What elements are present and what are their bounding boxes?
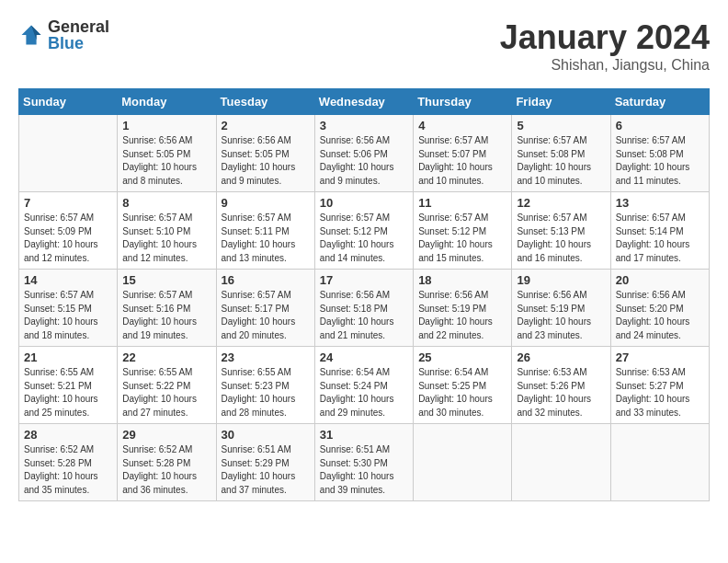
- calendar-week-4: 21Sunrise: 6:55 AM Sunset: 5:21 PM Dayli…: [19, 347, 710, 424]
- day-info: Sunrise: 6:56 AM Sunset: 5:05 PM Dayligh…: [222, 135, 296, 186]
- day-number: 18: [418, 273, 506, 287]
- calendar-cell: 1Sunrise: 6:56 AM Sunset: 5:05 PM Daylig…: [118, 115, 216, 192]
- day-number: 28: [24, 428, 112, 442]
- calendar-cell: 20Sunrise: 6:56 AM Sunset: 5:20 PM Dayli…: [610, 270, 709, 347]
- day-info: Sunrise: 6:57 AM Sunset: 5:12 PM Dayligh…: [418, 213, 493, 263]
- day-info: Sunrise: 6:55 AM Sunset: 5:22 PM Dayligh…: [122, 367, 197, 418]
- day-info: Sunrise: 6:53 AM Sunset: 5:26 PM Dayligh…: [517, 367, 591, 418]
- calendar-week-2: 7Sunrise: 6:57 AM Sunset: 5:09 PM Daylig…: [19, 192, 710, 270]
- day-number: 6: [616, 119, 704, 132]
- location-text: Shishan, Jiangsu, China: [500, 57, 710, 74]
- calendar-table: SundayMondayTuesdayWednesdayThursdayFrid…: [18, 88, 710, 501]
- calendar-cell: 21Sunrise: 6:55 AM Sunset: 5:21 PM Dayli…: [19, 347, 118, 424]
- calendar-cell: [610, 424, 709, 501]
- day-number: 4: [418, 119, 506, 132]
- day-info: Sunrise: 6:57 AM Sunset: 5:08 PM Dayligh…: [616, 135, 690, 186]
- day-number: 29: [122, 428, 210, 442]
- day-info: Sunrise: 6:52 AM Sunset: 5:28 PM Dayligh…: [24, 444, 98, 495]
- calendar-cell: 10Sunrise: 6:57 AM Sunset: 5:12 PM Dayli…: [314, 192, 413, 270]
- calendar-cell: 22Sunrise: 6:55 AM Sunset: 5:22 PM Dayli…: [118, 347, 216, 424]
- col-header-sunday: Sunday: [19, 89, 118, 115]
- col-header-monday: Monday: [118, 89, 216, 115]
- calendar-cell: 17Sunrise: 6:56 AM Sunset: 5:18 PM Dayli…: [314, 270, 413, 347]
- day-number: 7: [24, 196, 112, 210]
- col-header-saturday: Saturday: [610, 89, 709, 115]
- day-number: 14: [24, 273, 112, 287]
- calendar-cell: 11Sunrise: 6:57 AM Sunset: 5:12 PM Dayli…: [414, 192, 512, 270]
- day-number: 19: [517, 273, 605, 287]
- day-number: 3: [320, 119, 408, 132]
- day-info: Sunrise: 6:57 AM Sunset: 5:12 PM Dayligh…: [320, 213, 394, 263]
- calendar-cell: 2Sunrise: 6:56 AM Sunset: 5:05 PM Daylig…: [216, 115, 314, 192]
- logo: General Blue: [18, 18, 109, 52]
- calendar-cell: 3Sunrise: 6:56 AM Sunset: 5:06 PM Daylig…: [314, 115, 413, 192]
- calendar-cell: [19, 115, 118, 192]
- calendar-cell: [512, 424, 610, 501]
- calendar-cell: 29Sunrise: 6:52 AM Sunset: 5:28 PM Dayli…: [118, 424, 216, 501]
- day-number: 27: [616, 350, 704, 364]
- calendar-cell: 28Sunrise: 6:52 AM Sunset: 5:28 PM Dayli…: [19, 424, 118, 501]
- day-number: 21: [24, 350, 112, 364]
- col-header-thursday: Thursday: [414, 89, 512, 115]
- calendar-week-3: 14Sunrise: 6:57 AM Sunset: 5:15 PM Dayli…: [19, 270, 710, 347]
- calendar-cell: 26Sunrise: 6:53 AM Sunset: 5:26 PM Dayli…: [512, 347, 610, 424]
- calendar-week-1: 1Sunrise: 6:56 AM Sunset: 5:05 PM Daylig…: [19, 115, 710, 192]
- calendar-cell: 23Sunrise: 6:55 AM Sunset: 5:23 PM Dayli…: [216, 347, 314, 424]
- day-number: 24: [320, 350, 408, 364]
- day-info: Sunrise: 6:57 AM Sunset: 5:15 PM Dayligh…: [24, 290, 98, 340]
- day-number: 10: [320, 196, 408, 210]
- day-info: Sunrise: 6:57 AM Sunset: 5:10 PM Dayligh…: [122, 213, 197, 263]
- calendar-cell: [414, 424, 512, 501]
- day-number: 30: [222, 428, 310, 442]
- day-number: 26: [517, 350, 605, 364]
- day-info: Sunrise: 6:55 AM Sunset: 5:21 PM Dayligh…: [24, 367, 98, 418]
- calendar-header-row: SundayMondayTuesdayWednesdayThursdayFrid…: [19, 89, 710, 115]
- day-info: Sunrise: 6:56 AM Sunset: 5:20 PM Dayligh…: [616, 290, 690, 340]
- day-number: 23: [222, 350, 310, 364]
- day-number: 25: [418, 350, 506, 364]
- logo-icon: [18, 22, 44, 48]
- calendar-week-5: 28Sunrise: 6:52 AM Sunset: 5:28 PM Dayli…: [19, 424, 710, 501]
- calendar-cell: 8Sunrise: 6:57 AM Sunset: 5:10 PM Daylig…: [118, 192, 216, 270]
- month-title: January 2024: [500, 18, 710, 57]
- calendar-cell: 16Sunrise: 6:57 AM Sunset: 5:17 PM Dayli…: [216, 270, 314, 347]
- day-number: 9: [222, 196, 310, 210]
- calendar-cell: 9Sunrise: 6:57 AM Sunset: 5:11 PM Daylig…: [216, 192, 314, 270]
- calendar-cell: 13Sunrise: 6:57 AM Sunset: 5:14 PM Dayli…: [610, 192, 709, 270]
- day-info: Sunrise: 6:53 AM Sunset: 5:27 PM Dayligh…: [616, 367, 690, 418]
- col-header-friday: Friday: [512, 89, 610, 115]
- day-number: 2: [222, 119, 310, 132]
- calendar-cell: 4Sunrise: 6:57 AM Sunset: 5:07 PM Daylig…: [414, 115, 512, 192]
- page-header: General Blue January 2024 Shishan, Jiang…: [18, 18, 710, 74]
- logo-general-text: General: [48, 18, 109, 35]
- calendar-cell: 7Sunrise: 6:57 AM Sunset: 5:09 PM Daylig…: [19, 192, 118, 270]
- day-info: Sunrise: 6:57 AM Sunset: 5:16 PM Dayligh…: [122, 290, 197, 340]
- day-info: Sunrise: 6:56 AM Sunset: 5:19 PM Dayligh…: [418, 290, 493, 340]
- calendar-cell: 25Sunrise: 6:54 AM Sunset: 5:25 PM Dayli…: [414, 347, 512, 424]
- day-number: 11: [418, 196, 506, 210]
- calendar-cell: 5Sunrise: 6:57 AM Sunset: 5:08 PM Daylig…: [512, 115, 610, 192]
- day-number: 1: [122, 119, 210, 132]
- day-number: 5: [517, 119, 605, 132]
- logo-text: General Blue: [48, 18, 109, 52]
- day-info: Sunrise: 6:55 AM Sunset: 5:23 PM Dayligh…: [222, 367, 296, 418]
- day-info: Sunrise: 6:57 AM Sunset: 5:11 PM Dayligh…: [222, 213, 296, 263]
- day-info: Sunrise: 6:54 AM Sunset: 5:25 PM Dayligh…: [418, 367, 493, 418]
- day-number: 8: [122, 196, 210, 210]
- day-info: Sunrise: 6:51 AM Sunset: 5:29 PM Dayligh…: [222, 444, 296, 495]
- day-number: 20: [616, 273, 704, 287]
- day-info: Sunrise: 6:57 AM Sunset: 5:13 PM Dayligh…: [517, 213, 591, 263]
- calendar-cell: 30Sunrise: 6:51 AM Sunset: 5:29 PM Dayli…: [216, 424, 314, 501]
- logo-blue-text: Blue: [48, 35, 109, 52]
- calendar-cell: 19Sunrise: 6:56 AM Sunset: 5:19 PM Dayli…: [512, 270, 610, 347]
- day-number: 17: [320, 273, 408, 287]
- day-number: 15: [122, 273, 210, 287]
- title-block: January 2024 Shishan, Jiangsu, China: [500, 18, 710, 74]
- calendar-cell: 6Sunrise: 6:57 AM Sunset: 5:08 PM Daylig…: [610, 115, 709, 192]
- day-info: Sunrise: 6:57 AM Sunset: 5:07 PM Dayligh…: [418, 135, 493, 186]
- day-info: Sunrise: 6:57 AM Sunset: 5:17 PM Dayligh…: [222, 290, 296, 340]
- col-header-tuesday: Tuesday: [216, 89, 314, 115]
- calendar-cell: 24Sunrise: 6:54 AM Sunset: 5:24 PM Dayli…: [314, 347, 413, 424]
- day-info: Sunrise: 6:54 AM Sunset: 5:24 PM Dayligh…: [320, 367, 394, 418]
- calendar-cell: 31Sunrise: 6:51 AM Sunset: 5:30 PM Dayli…: [314, 424, 413, 501]
